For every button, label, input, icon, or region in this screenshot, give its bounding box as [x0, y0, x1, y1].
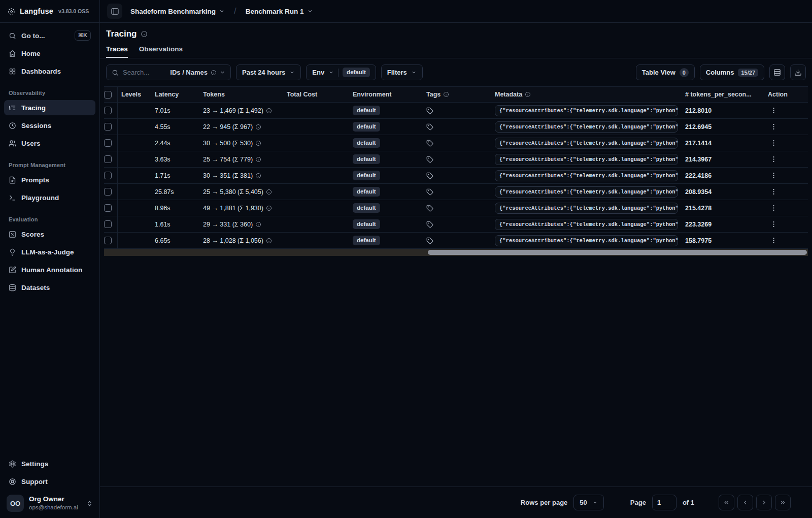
- filters-button[interactable]: Filters: [381, 64, 423, 80]
- table-row[interactable]: 8.96s49 → 1,881 (Σ 1,930)default{"resour…: [104, 200, 808, 216]
- metadata-cell[interactable]: {"resourceAttributes":{"telemetry.sdk.la…: [495, 119, 685, 135]
- row-actions-button[interactable]: [768, 218, 780, 230]
- row-height-button[interactable]: [769, 64, 785, 80]
- tags-cell[interactable]: [426, 184, 495, 200]
- columns-button[interactable]: Columns 15/27: [700, 64, 764, 80]
- info-icon[interactable]: [141, 30, 148, 38]
- scrollbar-thumb[interactable]: [428, 250, 807, 255]
- sidebar-item-sessions[interactable]: Sessions: [4, 118, 95, 133]
- tab-traces[interactable]: Traces: [106, 45, 128, 58]
- metadata-cell[interactable]: {"resourceAttributes":{"telemetry.sdk.la…: [495, 216, 685, 232]
- metadata-cell[interactable]: {"resourceAttributes":{"telemetry.sdk.la…: [495, 184, 685, 200]
- info-icon[interactable]: [266, 108, 272, 114]
- row-actions-button[interactable]: [768, 186, 780, 198]
- row-actions-button[interactable]: [768, 121, 780, 133]
- user-menu[interactable]: OO Org Owner ops@shadeform.ai: [4, 492, 95, 512]
- breadcrumb-org[interactable]: Shadeform Benchmarking: [127, 6, 228, 17]
- rows-per-page-select[interactable]: 50: [573, 495, 603, 510]
- metadata-cell[interactable]: {"resourceAttributes":{"telemetry.sdk.la…: [495, 233, 685, 248]
- search-box[interactable]: IDs / Names: [106, 64, 231, 80]
- column-header-environment[interactable]: Environment: [353, 87, 426, 102]
- metadata-cell[interactable]: {"resourceAttributes":{"telemetry.sdk.la…: [495, 103, 685, 118]
- tab-observations[interactable]: Observations: [139, 45, 183, 58]
- info-icon[interactable]: [266, 238, 272, 244]
- metadata-cell[interactable]: {"resourceAttributes":{"telemetry.sdk.la…: [495, 151, 685, 167]
- tags-cell[interactable]: [426, 119, 495, 135]
- metadata-cell[interactable]: {"resourceAttributes":{"telemetry.sdk.la…: [495, 200, 685, 216]
- sidebar-item-tracing[interactable]: Tracing: [4, 100, 95, 115]
- column-header-tokens-per-second[interactable]: # tokens_per_secon...: [685, 87, 765, 102]
- sidebar-item-dashboards[interactable]: Dashboards: [4, 63, 95, 79]
- time-range-button[interactable]: Past 24 hours: [236, 64, 301, 80]
- column-header-tokens[interactable]: Tokens: [203, 87, 287, 102]
- info-icon[interactable]: [255, 140, 261, 146]
- row-actions-button[interactable]: [768, 170, 780, 181]
- column-header-latency[interactable]: Latency: [155, 87, 203, 102]
- tags-cell[interactable]: [426, 135, 495, 151]
- row-checkbox[interactable]: [104, 123, 112, 131]
- row-checkbox[interactable]: [104, 237, 112, 244]
- sidebar-item-playground[interactable]: Playground: [4, 190, 95, 205]
- search-input[interactable]: [123, 69, 166, 76]
- row-actions-button[interactable]: [768, 235, 780, 246]
- table-row[interactable]: 1.71s30 → 351 (Σ 381)default{"resourceAt…: [104, 168, 808, 184]
- row-actions-button[interactable]: [768, 202, 780, 214]
- breadcrumb-project[interactable]: Benchmark Run 1: [243, 6, 316, 17]
- table-row[interactable]: 3.63s25 → 754 (Σ 779)default{"resourceAt…: [104, 151, 808, 168]
- next-page-button[interactable]: [756, 495, 772, 510]
- row-checkbox[interactable]: [104, 155, 112, 163]
- column-header-metadata[interactable]: Metadata: [495, 87, 685, 102]
- tags-cell[interactable]: [426, 233, 495, 248]
- row-actions-button[interactable]: [768, 153, 780, 165]
- row-checkbox[interactable]: [104, 139, 112, 147]
- row-checkbox[interactable]: [104, 220, 112, 228]
- row-checkbox[interactable]: [104, 188, 112, 196]
- sidebar-item-human-annotation[interactable]: Human Annotation: [4, 262, 95, 277]
- info-icon[interactable]: [255, 156, 261, 163]
- tags-cell[interactable]: [426, 151, 495, 167]
- row-actions-button[interactable]: [768, 137, 780, 149]
- metadata-cell[interactable]: {"resourceAttributes":{"telemetry.sdk.la…: [495, 168, 685, 183]
- search-mode-select[interactable]: IDs / Names: [170, 69, 225, 76]
- first-page-button[interactable]: [719, 495, 734, 510]
- column-header-levels[interactable]: Levels: [117, 87, 155, 102]
- table-row[interactable]: 4.55s22 → 945 (Σ 967)default{"resourceAt…: [104, 119, 808, 135]
- table-row[interactable]: 7.01s23 → 1,469 (Σ 1,492)default{"resour…: [104, 103, 808, 119]
- info-icon[interactable]: [255, 124, 261, 130]
- table-view-button[interactable]: Table View 0: [636, 64, 695, 80]
- sidebar-item-llm-as-a-judge[interactable]: LLM-as-a-Judge: [4, 244, 95, 260]
- select-all-checkbox[interactable]: [104, 91, 112, 99]
- row-checkbox[interactable]: [104, 107, 112, 114]
- sidebar-item-home[interactable]: Home: [4, 46, 95, 61]
- info-icon[interactable]: [255, 221, 261, 228]
- info-icon[interactable]: [266, 205, 272, 211]
- tags-cell[interactable]: [426, 216, 495, 232]
- row-actions-button[interactable]: [768, 105, 780, 116]
- sidebar-item-settings[interactable]: Settings: [4, 456, 95, 471]
- tags-cell[interactable]: [426, 103, 495, 118]
- table-row[interactable]: 1.61s29 → 331 (Σ 360)default{"resourceAt…: [104, 216, 808, 233]
- table-row[interactable]: 6.65s28 → 1,028 (Σ 1,056)default{"resour…: [104, 233, 808, 249]
- table-row[interactable]: 2.44s30 → 500 (Σ 530)default{"resourceAt…: [104, 135, 808, 151]
- page-number-input[interactable]: [652, 495, 676, 510]
- export-download-button[interactable]: [790, 64, 806, 80]
- row-checkbox[interactable]: [104, 204, 112, 212]
- column-header-total-cost[interactable]: Total Cost: [287, 87, 353, 102]
- goto-search-button[interactable]: Go to... ⌘K: [4, 28, 95, 43]
- metadata-cell[interactable]: {"resourceAttributes":{"telemetry.sdk.la…: [495, 135, 685, 151]
- env-filter-button[interactable]: Env default: [306, 64, 376, 80]
- tags-cell[interactable]: [426, 168, 495, 183]
- sidebar-item-support[interactable]: Support: [4, 474, 95, 489]
- tags-cell[interactable]: [426, 200, 495, 216]
- sidebar-item-users[interactable]: Users: [4, 136, 95, 151]
- info-icon[interactable]: [266, 189, 272, 195]
- sidebar-item-scores[interactable]: Scores: [4, 226, 95, 242]
- sidebar-toggle-button[interactable]: [107, 4, 122, 19]
- table-row[interactable]: 25.87s25 → 5,380 (Σ 5,405)default{"resou…: [104, 184, 808, 200]
- horizontal-scrollbar[interactable]: [104, 249, 808, 256]
- sidebar-item-datasets[interactable]: Datasets: [4, 280, 95, 295]
- info-icon[interactable]: [255, 173, 261, 179]
- sidebar-item-prompts[interactable]: Prompts: [4, 172, 95, 187]
- row-checkbox[interactable]: [104, 172, 112, 179]
- prev-page-button[interactable]: [737, 495, 753, 510]
